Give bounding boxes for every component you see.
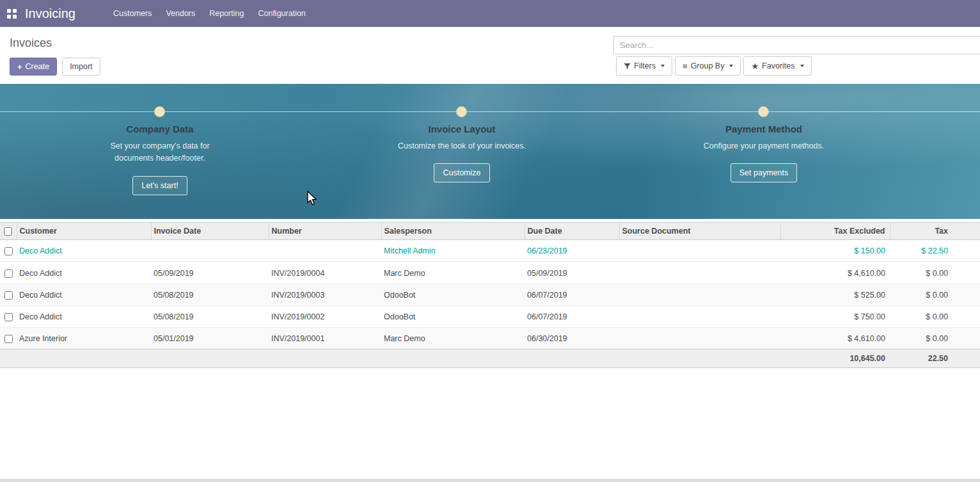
step-indicator-dot xyxy=(154,106,165,117)
top-navbar: Invoicing Customers Vendors Reporting Co… xyxy=(0,0,980,27)
cell-salesperson: Mitchell Admin xyxy=(381,240,525,262)
cell-customer: Deco Addict xyxy=(17,262,151,284)
onboarding-step-invoice-layout: Invoice Layout Customize the look of you… xyxy=(379,124,545,182)
invoice-list-table: Customer Invoice Date Number Salesperson… xyxy=(0,222,980,368)
nav-item-reporting[interactable]: Reporting xyxy=(202,0,251,27)
row-checkbox[interactable] xyxy=(4,335,13,343)
nav-item-configuration[interactable]: Configuration xyxy=(251,0,312,27)
lets-start-button[interactable]: Let's start! xyxy=(132,176,187,195)
column-header-customer[interactable]: Customer xyxy=(17,223,151,240)
create-button-label: Create xyxy=(26,62,50,71)
row-checkbox-cell xyxy=(0,240,17,262)
cell-due-date: 06/07/2019 xyxy=(525,305,619,327)
column-header-source-document[interactable]: Source Document xyxy=(619,223,780,240)
onboarding-progress-line xyxy=(0,111,980,112)
table-row[interactable]: Azure Interior 05/01/2019 INV/2019/0001 … xyxy=(0,328,980,349)
step-indicator-dot xyxy=(758,106,769,117)
onboarding-banner: Company Data Set your company's data for… xyxy=(0,84,980,219)
caret-down-icon xyxy=(729,65,733,67)
cell-customer: Azure Interior xyxy=(17,328,151,349)
row-checkbox[interactable] xyxy=(4,291,13,300)
cell-tax-excluded: $ 4,610.00 xyxy=(780,328,890,349)
row-checkbox[interactable] xyxy=(4,313,13,321)
table-row[interactable]: Deco Addict Mitchell Admin 06/23/2019 $ … xyxy=(0,240,980,262)
filter-funnel-icon xyxy=(624,63,631,70)
create-button[interactable]: + Create xyxy=(10,58,57,76)
step-description: Set your company's data for documents he… xyxy=(92,140,228,165)
footer-spacer xyxy=(0,349,780,368)
search-input[interactable] xyxy=(613,36,980,54)
cell-source-document xyxy=(619,262,780,284)
onboarding-step-company-data: Company Data Set your company's data for… xyxy=(77,124,243,195)
column-header-number[interactable]: Number xyxy=(269,223,381,240)
star-icon: ★ xyxy=(751,62,759,70)
column-header-due-date[interactable]: Due Date xyxy=(525,223,619,240)
caret-down-icon xyxy=(800,65,804,67)
cell-customer: Deco Addict xyxy=(17,240,151,262)
cell-salesperson: Marc Demo xyxy=(381,262,525,284)
favorites-button-label: Favorites xyxy=(762,61,794,70)
group-by-button[interactable]: ≡ Group By xyxy=(675,56,741,76)
customize-button[interactable]: Customize xyxy=(434,163,489,182)
cell-customer: Deco Addict xyxy=(17,284,151,305)
caret-down-icon xyxy=(661,65,665,67)
cell-tax: $ 0.00 xyxy=(890,284,980,305)
invoice-table-body: Deco Addict Mitchell Admin 06/23/2019 $ … xyxy=(0,240,980,349)
onboarding-step-payment-method: Payment Method Configure your payment me… xyxy=(681,124,847,182)
step-title: Company Data xyxy=(77,124,243,134)
app-title[interactable]: Invoicing xyxy=(25,6,75,21)
table-row[interactable]: Deco Addict 05/08/2019 INV/2019/0003 Odo… xyxy=(0,284,980,305)
step-description: Configure your payment methods. xyxy=(696,140,832,152)
cell-number xyxy=(269,240,381,262)
select-all-checkbox[interactable] xyxy=(4,227,12,236)
row-checkbox-cell xyxy=(0,305,17,327)
cell-due-date: 05/09/2019 xyxy=(525,262,619,284)
horizontal-scrollbar[interactable] xyxy=(0,479,980,482)
cell-salesperson: OdooBot xyxy=(381,284,525,305)
footer-tax-excluded-total: 10,645.00 xyxy=(780,349,890,368)
cell-salesperson: OdooBot xyxy=(381,305,525,327)
filters-button[interactable]: Filters xyxy=(616,56,672,76)
cell-due-date: 06/30/2019 xyxy=(525,328,619,349)
invoice-list: Customer Invoice Date Number Salesperson… xyxy=(0,222,980,368)
column-header-salesperson[interactable]: Salesperson xyxy=(381,223,525,240)
cell-number: INV/2019/0004 xyxy=(269,262,381,284)
table-row[interactable]: Deco Addict 05/08/2019 INV/2019/0002 Odo… xyxy=(0,305,980,327)
cell-salesperson: Marc Demo xyxy=(381,328,525,349)
footer-tax-total: 22.50 xyxy=(890,349,980,368)
cell-source-document xyxy=(619,328,780,349)
cell-number: INV/2019/0001 xyxy=(269,328,381,349)
cell-tax-excluded: $ 150.00 xyxy=(780,240,890,262)
cell-invoice-date: 05/08/2019 xyxy=(151,284,269,305)
favorites-button[interactable]: ★ Favorites xyxy=(743,56,811,76)
set-payments-button[interactable]: Set payments xyxy=(731,163,797,182)
cell-number: INV/2019/0003 xyxy=(269,284,381,305)
nav-item-vendors[interactable]: Vendors xyxy=(159,0,202,27)
cell-source-document xyxy=(619,284,780,305)
cell-invoice-date xyxy=(151,240,269,262)
table-footer-row: 10,645.00 22.50 xyxy=(0,349,980,368)
cell-tax: $ 22.50 xyxy=(890,240,980,262)
cell-source-document xyxy=(619,240,780,262)
import-button[interactable]: Import xyxy=(62,58,100,76)
table-header-row: Customer Invoice Date Number Salesperson… xyxy=(0,223,980,240)
step-description: Customize the look of your invoices. xyxy=(394,140,530,152)
cell-source-document xyxy=(619,305,780,327)
row-checkbox-cell xyxy=(0,328,17,349)
step-title: Payment Method xyxy=(681,124,847,134)
row-checkbox[interactable] xyxy=(4,247,13,255)
apps-grid-icon[interactable] xyxy=(7,9,17,19)
cell-number: INV/2019/0002 xyxy=(269,305,381,327)
select-all-checkbox-cell xyxy=(0,223,17,240)
cell-tax: $ 0.00 xyxy=(890,305,980,327)
cell-tax-excluded: $ 4,610.00 xyxy=(780,262,890,284)
nav-item-customers[interactable]: Customers xyxy=(106,0,159,27)
column-header-invoice-date[interactable]: Invoice Date xyxy=(151,223,269,240)
column-header-tax-excluded[interactable]: Tax Excluded xyxy=(780,223,890,240)
table-row[interactable]: Deco Addict 05/09/2019 INV/2019/0004 Mar… xyxy=(0,262,980,284)
step-title: Invoice Layout xyxy=(379,124,545,134)
cell-tax: $ 0.00 xyxy=(890,262,980,284)
cell-tax-excluded: $ 525.00 xyxy=(780,284,890,305)
column-header-tax[interactable]: Tax xyxy=(890,223,980,240)
row-checkbox[interactable] xyxy=(4,269,13,278)
